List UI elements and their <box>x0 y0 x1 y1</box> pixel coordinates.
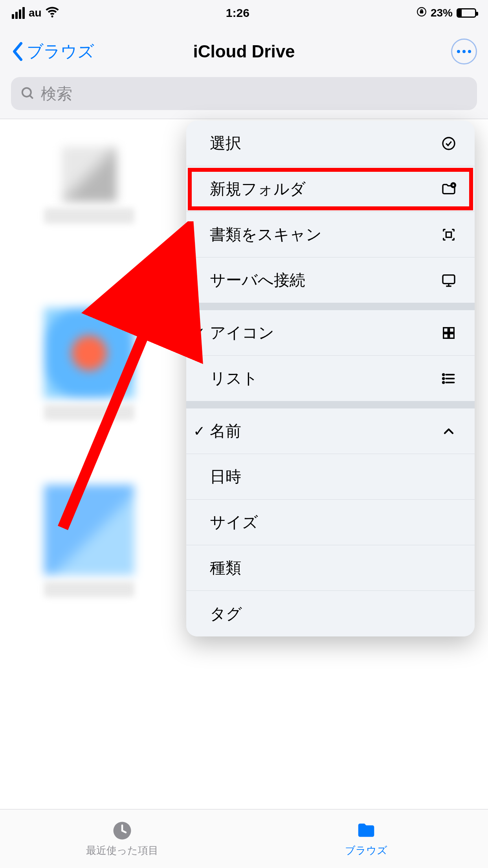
folder-plus-icon <box>440 180 457 198</box>
menu-sort-size[interactable]: サイズ <box>186 500 475 545</box>
clock-icon <box>110 820 134 841</box>
tab-bar: 最近使った項目 ブラウズ <box>0 809 488 868</box>
menu-view-list[interactable]: リスト <box>186 356 475 401</box>
carrier-label: au <box>29 7 42 19</box>
grid-icon <box>440 324 457 342</box>
file-item[interactable] <box>24 485 155 650</box>
file-item[interactable] <box>24 131 155 296</box>
svg-rect-12 <box>444 327 448 332</box>
svg-rect-14 <box>444 333 448 338</box>
svg-point-19 <box>443 374 444 375</box>
ellipsis-icon <box>457 50 471 53</box>
battery-icon <box>457 8 476 18</box>
svg-point-21 <box>443 382 444 383</box>
svg-rect-13 <box>449 327 454 332</box>
status-bar: au 1:26 23% <box>0 0 488 26</box>
tab-browse[interactable]: ブラウズ <box>244 809 488 868</box>
menu-sort-tags[interactable]: タグ <box>186 591 475 636</box>
menu-sort-date[interactable]: 日時 <box>186 454 475 500</box>
search-bar-container: 検索 <box>0 77 488 119</box>
back-label: ブラウズ <box>27 40 94 63</box>
menu-connect-server[interactable]: サーバへ接続 <box>186 257 475 303</box>
clock-time: 1:26 <box>226 6 250 20</box>
checkmark-icon: ✓ <box>193 325 205 341</box>
menu-sort-name[interactable]: ✓ 名前 <box>186 408 475 454</box>
list-icon <box>440 370 457 387</box>
checkmark-icon: ✓ <box>193 423 205 440</box>
content-area: 選択 新規フォルダ 書類をスキャン サーバへ接続 ✓ ア <box>0 119 488 811</box>
scan-icon <box>440 226 457 243</box>
back-button[interactable]: ブラウズ <box>11 40 94 63</box>
svg-rect-8 <box>446 232 451 237</box>
display-icon <box>440 272 457 289</box>
more-button[interactable] <box>451 39 477 64</box>
file-item[interactable] <box>24 308 155 473</box>
svg-rect-15 <box>449 333 454 338</box>
options-menu: 選択 新規フォルダ 書類をスキャン サーバへ接続 ✓ ア <box>186 121 475 636</box>
battery-percent: 23% <box>431 7 453 19</box>
menu-select[interactable]: 選択 <box>186 121 475 166</box>
wifi-icon <box>46 5 59 21</box>
svg-rect-1 <box>420 11 423 13</box>
menu-view-icons[interactable]: ✓ アイコン <box>186 310 475 356</box>
tab-recents[interactable]: 最近使った項目 <box>0 809 244 868</box>
svg-line-3 <box>30 96 33 99</box>
svg-point-4 <box>443 138 455 149</box>
folder-icon <box>354 820 378 841</box>
search-icon <box>20 86 35 101</box>
svg-point-2 <box>22 88 31 97</box>
checkmark-circle-icon <box>440 135 457 152</box>
search-input[interactable]: 検索 <box>11 77 477 110</box>
svg-point-20 <box>443 378 444 379</box>
chevron-up-icon <box>440 423 457 440</box>
menu-sort-kind[interactable]: 種類 <box>186 545 475 591</box>
menu-scan-documents[interactable]: 書類をスキャン <box>186 212 475 257</box>
cellular-signal-icon <box>12 7 25 19</box>
orientation-lock-icon <box>416 7 427 20</box>
svg-rect-9 <box>443 275 455 283</box>
search-placeholder: 検索 <box>41 83 72 105</box>
menu-new-folder[interactable]: 新規フォルダ <box>186 166 475 212</box>
nav-bar: ブラウズ iCloud Drive <box>0 26 488 77</box>
